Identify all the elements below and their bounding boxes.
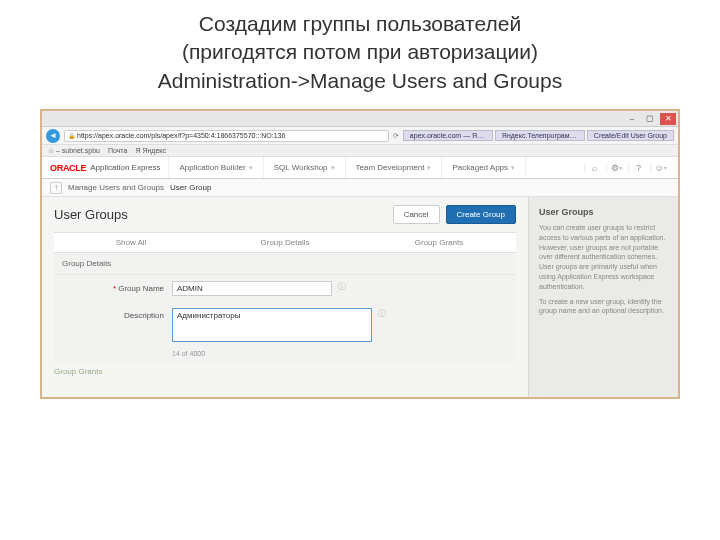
nav-tab-team-dev[interactable]: Team Development▾ [346,157,443,178]
nav-tab-app-builder[interactable]: Application Builder▾ [168,157,263,178]
slide-line1: Создадим группы пользователей [199,12,521,35]
chevron-down-icon: ▾ [331,164,335,172]
lock-icon: 🔒 [68,132,75,139]
sidebar-text: You can create user groups to restrict a… [539,223,668,292]
description-label: Description [62,308,172,320]
slide-title: Создадим группы пользователей (пригодятс… [40,10,680,95]
chevron-down-icon: ▾ [427,164,431,172]
bookmark-link[interactable]: Почта [108,147,127,154]
region-tab-group-details[interactable]: Group Details [208,233,362,252]
sidebar-text: To create a new user group, identify the… [539,297,668,317]
window-close-button[interactable]: ✕ [660,113,676,125]
content-region: User Groups Cancel Create Group Show All… [42,197,528,397]
url-text: https://apex.oracle.com/pls/apex/f?p=435… [77,132,285,139]
sidebar-title: User Groups [539,207,668,217]
breadcrumb-parent[interactable]: Manage Users and Groups [68,183,164,192]
help-sidebar: User Groups You can create user groups t… [528,197,678,397]
slide-line2: (пригодятся потом при авторизации) [182,40,538,63]
browser-tab[interactable]: Create/Edit User Group [587,130,674,141]
browser-address-bar: ◄ 🔒 https://apex.oracle.com/pls/apex/f?p… [42,127,678,145]
nav-tab-sql-workshop[interactable]: SQL Workshop▾ [264,157,346,178]
chevron-down-icon: ▾ [511,164,515,172]
slide-line3: Administration->Manage Users and Groups [158,69,562,92]
settings-icon[interactable]: ⚙▾ [606,163,626,173]
product-header: ORACLE Application Express Application B… [42,157,678,179]
app-window: – ▢ ✕ ◄ 🔒 https://apex.oracle.com/pls/ap… [40,109,680,399]
window-maximize-button[interactable]: ▢ [642,113,658,125]
main-area: User Groups Cancel Create Group Show All… [42,197,678,397]
group-name-label: *Group Name [62,281,172,293]
description-input[interactable] [172,308,372,342]
window-titlebar: – ▢ ✕ [42,111,678,127]
char-count: 14 of 4000 [172,348,516,363]
bookmark-link[interactable]: Я Яндекс [135,147,166,154]
url-input[interactable]: 🔒 https://apex.oracle.com/pls/apex/f?p=4… [64,130,389,142]
window-minimize-button[interactable]: – [624,113,640,125]
page-title: User Groups [54,207,128,222]
group-details-region: Group Details *Group Name ⓘ Description … [54,253,516,363]
cancel-button[interactable]: Cancel [393,205,440,224]
help-icon[interactable]: ⓘ [338,281,346,292]
nav-tab-packaged-apps[interactable]: Packaged Apps▾ [442,157,526,178]
browser-tabs: apex.oracle.com — Яндекс: на... Яндекс.Т… [403,130,674,141]
group-name-row: *Group Name ⓘ [54,275,516,302]
help-icon[interactable]: ? [628,163,648,173]
product-name: Application Express [90,163,160,172]
browser-tab[interactable]: apex.oracle.com — Яндекс: на... [403,130,493,141]
oracle-logo: ORACLE [50,163,86,173]
breadcrumb-up-button[interactable]: ↑ [50,182,62,194]
chevron-down-icon: ▾ [249,164,253,172]
breadcrumb: ↑ Manage Users and Groups User Group [42,179,678,197]
region-tab-show-all[interactable]: Show All [54,233,208,252]
browser-back-button[interactable]: ◄ [46,129,60,143]
create-group-button[interactable]: Create Group [446,205,516,224]
group-name-input[interactable] [172,281,332,296]
user-menu-icon[interactable]: ☺▾ [650,163,670,173]
help-icon[interactable]: ⓘ [378,308,386,319]
browser-refresh-button[interactable]: ⟳ [393,132,399,140]
description-row: Description ⓘ [54,302,516,348]
region-tabs: Show All Group Details Group Grants [54,232,516,253]
search-icon[interactable]: ⌕ [584,163,604,173]
bookmark-link[interactable]: ☆ – subnet.spbu [48,147,100,155]
breadcrumb-current: User Group [170,183,211,192]
browser-tab[interactable]: Яндекс.Телепрограмма в Сан... [495,130,585,141]
bookmarks-bar: ☆ – subnet.spbu Почта Я Яндекс [42,145,678,157]
section-title-details: Group Details [54,253,516,275]
section-title-grants: Group Grants [42,363,528,380]
region-tab-group-grants[interactable]: Group Grants [362,233,516,252]
